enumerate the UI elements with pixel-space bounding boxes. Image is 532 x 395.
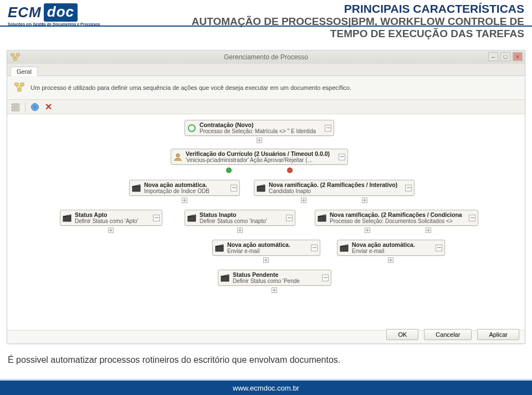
delete-icon[interactable]: ✕ [43, 102, 53, 112]
connector-port[interactable] [426, 227, 431, 233]
title-line-2: AUTOMAÇÃO DE PROCESSOS|BPM, WORKFLOW CON… [192, 16, 524, 28]
connector-port[interactable] [362, 198, 367, 203]
logo-right: doc [44, 3, 78, 22]
slide-header: ECM doc Soluções em Gestão de Documentos… [0, 0, 532, 49]
node-subtitle: Definir Status como 'Pende [233, 278, 319, 284]
expand-toggle[interactable] [469, 215, 475, 221]
app-window: Gerenciamento de Processo – □ × Geral Um… [7, 50, 525, 344]
person-icon [173, 153, 182, 161]
svg-rect-26 [221, 276, 229, 281]
expand-toggle[interactable] [325, 125, 331, 131]
clapper-icon [63, 214, 71, 222]
node-auto-email-1[interactable]: Nova ação automática. Enviar e-mail [212, 240, 320, 256]
svg-rect-16 [63, 216, 71, 221]
node-title: Nova ação automática. [144, 181, 227, 188]
node-ramif-interativo[interactable]: Nova ramificação. (2 Ramificações / Inte… [254, 180, 415, 196]
connector-port[interactable] [365, 227, 370, 233]
clapper-icon [340, 244, 349, 252]
connector-port[interactable] [263, 257, 269, 263]
svg-marker-23 [216, 245, 223, 246]
flow-icon [9, 51, 22, 63]
svg-rect-1 [17, 53, 20, 56]
node-auto-import[interactable]: Nova ação automática. Importação de Índi… [129, 180, 240, 196]
node-verificacao[interactable]: Verificação do Currículo (2 Usuários / T… [171, 149, 348, 165]
expand-toggle[interactable] [153, 215, 160, 221]
node-contratacao[interactable]: Contratação (Novo) Processo de Seleção: … [185, 120, 334, 136]
node-subtitle: Definir Status como 'Inapto' [200, 218, 283, 224]
svg-marker-19 [188, 215, 196, 216]
connector-port[interactable] [257, 138, 262, 143]
apply-button[interactable]: Aplicar [477, 329, 519, 340]
toolbar-separator [25, 103, 25, 112]
node-subtitle: Candidato Inapto [269, 188, 396, 194]
titlebar: Gerenciamento de Processo – □ × [7, 50, 525, 64]
footer: www.ecmdoc.com.br [0, 381, 532, 395]
node-status-pendente[interactable]: Status Pendente Definir Status como 'Pen… [218, 270, 331, 286]
node-title: Status Inapto [200, 211, 283, 218]
maximize-button[interactable]: □ [500, 52, 510, 61]
svg-marker-13 [132, 185, 140, 186]
svg-point-11 [176, 154, 180, 157]
svg-point-10 [188, 125, 195, 131]
connector-port[interactable] [108, 227, 114, 233]
node-status-inapto[interactable]: Status Inapto Definir Status como 'Inapt… [185, 210, 295, 226]
svg-marker-21 [318, 215, 326, 216]
expand-toggle[interactable] [286, 215, 293, 221]
node-auto-email-2[interactable]: Nova ação automática. Enviar e-mail [337, 240, 445, 256]
description-text: Um processo é utilizado para definir uma… [30, 84, 351, 91]
logo: ECM doc Soluções em Gestão de Documentos… [8, 3, 100, 26]
title-line-1: PRINCIPAIS CARACTERÍSTICAS [192, 2, 524, 16]
node-ramif-condiciona[interactable]: Nova ramificação. (2 Ramificações / Cond… [315, 210, 478, 226]
node-subtitle: 'vinicius-pc\administrador' Ação Aprovar… [186, 157, 313, 163]
svg-rect-22 [216, 246, 223, 251]
dialog-buttons: OK Cancelar Aplicar [386, 329, 519, 340]
status-dot-approve[interactable] [226, 168, 232, 173]
connector-port[interactable] [272, 287, 277, 293]
slide-titles: PRINCIPAIS CARACTERÍSTICAS AUTOMAÇÃO DE … [192, 2, 524, 40]
svg-marker-25 [340, 245, 348, 246]
svg-rect-6 [12, 104, 19, 105]
expand-toggle[interactable] [405, 185, 412, 191]
expand-toggle[interactable] [339, 154, 345, 160]
expand-toggle[interactable] [322, 275, 329, 281]
svg-marker-17 [63, 215, 71, 216]
svg-rect-24 [340, 246, 348, 251]
expand-toggle[interactable] [311, 245, 318, 251]
svg-rect-8 [12, 109, 19, 111]
svg-rect-3 [15, 83, 19, 86]
slide-caption: É possivel automatizar processos rotinei… [8, 355, 524, 365]
node-title: Contratação (Novo) [200, 121, 321, 128]
clapper-icon [187, 214, 196, 222]
status-dot-reject[interactable] [287, 168, 293, 173]
svg-rect-4 [21, 83, 24, 86]
description-row: Um processo é utilizado para definir uma… [7, 76, 525, 100]
connector-port[interactable] [237, 227, 243, 233]
node-title: Nova ação automática. [227, 241, 308, 248]
svg-marker-15 [257, 185, 265, 186]
connector-port[interactable] [182, 198, 187, 203]
workflow-canvas[interactable]: Contratação (Novo) Processo de Seleção: … [7, 114, 525, 331]
svg-rect-18 [188, 216, 196, 221]
node-status-apto[interactable]: Status Apto Definir Status como 'Apto' [60, 210, 162, 226]
expand-toggle[interactable] [436, 245, 442, 251]
cancel-button[interactable]: Cancelar [424, 329, 472, 340]
svg-marker-27 [221, 275, 229, 276]
connector-port[interactable] [301, 198, 306, 203]
node-title: Nova ação automática. [352, 241, 432, 248]
node-subtitle: Enviar e-mail [227, 248, 308, 254]
connector-port[interactable] [388, 257, 393, 263]
minimize-button[interactable]: – [488, 52, 498, 61]
window-title: Gerenciamento de Processo [224, 53, 308, 61]
title-line-3: TEMPO DE EXECUÇÃO DAS TAREFAS [192, 28, 524, 40]
footer-url: www.ecmdoc.com.br [233, 384, 299, 392]
close-button[interactable]: × [513, 52, 523, 61]
ok-button[interactable]: OK [386, 329, 418, 340]
node-title: Status Pendente [233, 271, 319, 278]
tab-geral[interactable]: Geral [11, 67, 38, 76]
expand-toggle[interactable] [231, 185, 237, 191]
clapper-icon [318, 214, 326, 222]
toolbar-menu-icon[interactable] [11, 102, 21, 112]
circle-icon [187, 124, 196, 133]
globe-icon[interactable] [30, 102, 40, 112]
node-subtitle: Processo de Seleção: Matrícula <> '' E I… [200, 128, 321, 134]
